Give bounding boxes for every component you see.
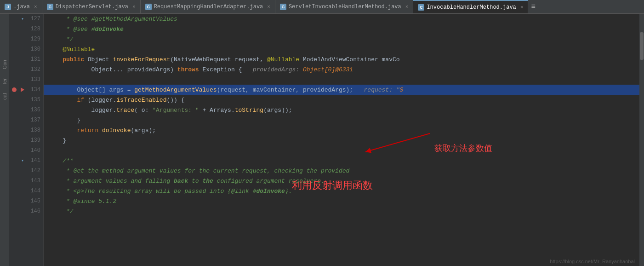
scrollbar-track[interactable] bbox=[639, 14, 644, 266]
code-line-141: /** bbox=[44, 156, 639, 166]
gutter-icon-132 bbox=[19, 66, 26, 73]
line-num-136: 136 bbox=[28, 107, 40, 113]
gutter-row-146: 146 bbox=[9, 206, 43, 216]
gutter-row-135: 135 bbox=[9, 95, 43, 105]
line-num-146: 146 bbox=[28, 208, 40, 214]
gutter-row-133: 133 bbox=[9, 75, 43, 85]
debug-arrow-134 bbox=[19, 87, 26, 93]
gutter: ▾ 127 128 129 130 131 132 133 bbox=[9, 14, 44, 266]
tab-invocable-label: InvocableHandlerMethod.java bbox=[427, 4, 516, 11]
code-line-136: logger.trace( o: "Arguments: " + Arrays.… bbox=[44, 105, 639, 115]
tab-servletinvocable-label: ServletInvocableHandlerMethod.java bbox=[289, 4, 401, 10]
gutter-row-129: 129 bbox=[9, 34, 43, 44]
tab-overflow[interactable]: ≡ bbox=[528, 0, 538, 13]
tab-invocable[interactable]: C InvocableHandlerMethod.java × bbox=[413, 0, 528, 13]
code-line-133 bbox=[44, 75, 639, 85]
code-line-143: * argument values and falling back to th… bbox=[44, 176, 639, 186]
gutter-icon-128 bbox=[19, 26, 26, 32]
gutter-row-128: 128 bbox=[9, 24, 43, 34]
gutter-icon-139 bbox=[19, 137, 26, 144]
gutter-row-127: ▾ 127 bbox=[9, 14, 43, 24]
tab-dispatcher-icon: C bbox=[47, 4, 53, 10]
line-num-133: 133 bbox=[28, 76, 40, 83]
tab-requestmapping-icon: C bbox=[145, 4, 152, 10]
code-line-134: Object[] args = getMethodArgumentValues(… bbox=[44, 85, 639, 95]
line-num-137: 137 bbox=[28, 117, 40, 123]
code-line-137: } bbox=[44, 115, 639, 125]
gutter-icon-131 bbox=[19, 56, 26, 63]
gutter-row-143: 143 bbox=[9, 176, 43, 186]
code-line-142: * Get the method argument values for the… bbox=[44, 166, 639, 176]
code-line-128: * @see #doInvoke bbox=[44, 24, 639, 34]
gutter-row-134: 134 bbox=[9, 85, 43, 95]
line-num-130: 130 bbox=[28, 46, 40, 52]
line-num-139: 139 bbox=[28, 137, 40, 144]
gutter-icon-137 bbox=[19, 117, 26, 123]
gutter-row-136: 136 bbox=[9, 105, 43, 115]
line-num-132: 132 bbox=[28, 66, 40, 73]
line-num-138: 138 bbox=[28, 127, 40, 133]
scrollbar-thumb[interactable] bbox=[640, 32, 644, 60]
code-line-130: @Nullable bbox=[44, 44, 639, 54]
line-num-145: 145 bbox=[28, 198, 40, 204]
tab-invocable-close[interactable]: × bbox=[520, 5, 524, 10]
gutter-icon-143 bbox=[19, 178, 26, 184]
gutter-row-141: ▾ 141 bbox=[9, 156, 43, 166]
gutter-row-132: 132 bbox=[9, 64, 43, 75]
editor: Con ler cat ▾ 127 128 129 130 131 132 bbox=[0, 14, 644, 266]
code-line-127: * @see #getMethodArgumentValues bbox=[44, 14, 639, 24]
side-label-ler: ler bbox=[2, 78, 7, 84]
tab-java[interactable]: J .java × bbox=[0, 0, 42, 13]
code-line-139: } bbox=[44, 135, 639, 145]
line-num-143: 143 bbox=[28, 178, 40, 184]
code-line-131: public Object invokeForRequest(NativeWeb… bbox=[44, 54, 639, 64]
side-label-con: Con bbox=[2, 60, 7, 69]
gutter-icon-140 bbox=[19, 147, 26, 154]
line-num-140: 140 bbox=[28, 147, 40, 154]
tab-java-label: .java bbox=[13, 4, 30, 10]
line-num-131: 131 bbox=[28, 56, 40, 63]
gutter-icon-142 bbox=[19, 168, 26, 174]
tab-dispatcher-label: DispatcherServlet.java bbox=[56, 4, 128, 10]
code-line-138: return doInvoke(args); bbox=[44, 125, 639, 135]
gutter-icon-146 bbox=[19, 208, 26, 214]
gutter-icon-136 bbox=[19, 107, 26, 113]
code-line-145: * @since 5.1.2 bbox=[44, 196, 639, 206]
tab-requestmapping-close[interactable]: × bbox=[267, 4, 270, 10]
gutter-icon-145 bbox=[19, 198, 26, 204]
line-num-127: 127 bbox=[28, 16, 40, 22]
line-num-134: 134 bbox=[28, 87, 40, 93]
tab-bar: J .java × C DispatcherServlet.java × C R… bbox=[0, 0, 644, 14]
gutter-row-140: 140 bbox=[9, 145, 43, 156]
tab-java-close[interactable]: × bbox=[34, 4, 37, 10]
code-area[interactable]: * @see #getMethodArgumentValues * @see #… bbox=[44, 14, 639, 266]
gutter-row-137: 137 bbox=[9, 115, 43, 125]
tab-dispatcher[interactable]: C DispatcherServlet.java × bbox=[42, 0, 141, 13]
code-line-132: Object... providedArgs) throws Exception… bbox=[44, 64, 639, 75]
tab-invocable-icon: C bbox=[418, 4, 424, 11]
watermark: https://blog.csc.net/Mr_Ranyanhaobal bbox=[550, 259, 635, 264]
fold-icon-127[interactable]: ▾ bbox=[19, 16, 26, 22]
tab-servletinvocable[interactable]: C ServletInvocableHandlerMethod.java × bbox=[275, 0, 413, 13]
breakpoint-134[interactable] bbox=[11, 87, 17, 93]
tab-servletinvocable-icon: C bbox=[280, 4, 286, 10]
gutter-row-131: 131 bbox=[9, 54, 43, 64]
tab-requestmapping[interactable]: C RequestMappingHandlerAdapter.java × bbox=[141, 0, 275, 13]
code-line-140 bbox=[44, 145, 639, 156]
line-num-128: 128 bbox=[28, 26, 40, 32]
line-num-141: 141 bbox=[28, 157, 40, 164]
line-num-144: 144 bbox=[28, 188, 40, 194]
code-line-144: * <p>The resulting array will be passed … bbox=[44, 186, 639, 196]
code-line-146: */ bbox=[44, 206, 639, 216]
gutter-row-130: 130 bbox=[9, 44, 43, 54]
gutter-row-139: 139 bbox=[9, 135, 43, 145]
gutter-row-142: 142 bbox=[9, 166, 43, 176]
side-label-cat: cat bbox=[2, 93, 7, 100]
gutter-icon-144 bbox=[19, 188, 26, 194]
side-panel: Con ler cat bbox=[0, 14, 9, 266]
tab-servletinvocable-close[interactable]: × bbox=[405, 4, 409, 10]
tab-dispatcher-close[interactable]: × bbox=[132, 4, 136, 10]
gutter-icon-130 bbox=[19, 46, 26, 52]
gutter-icon-138 bbox=[19, 127, 26, 133]
fold-icon-141[interactable]: ▾ bbox=[19, 157, 26, 164]
